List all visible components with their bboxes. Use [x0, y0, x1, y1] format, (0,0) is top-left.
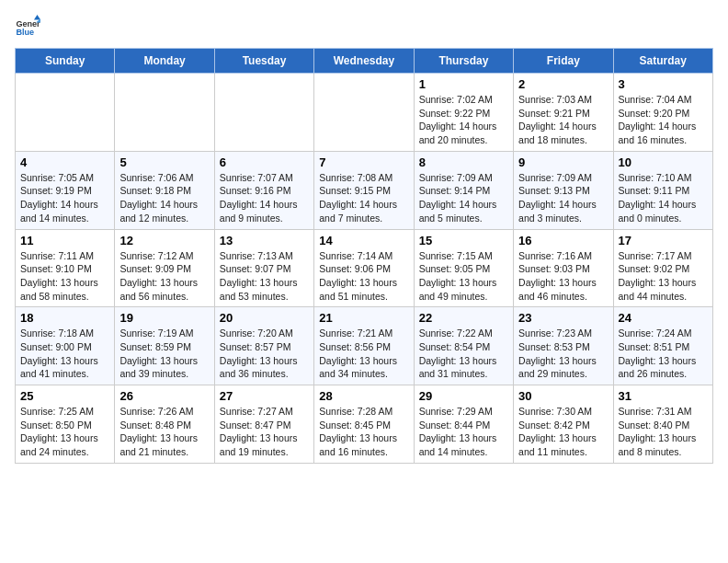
day-number: 31: [619, 389, 708, 403]
week-row-3: 11Sunrise: 7:11 AM Sunset: 9:10 PM Dayli…: [16, 229, 713, 307]
weekday-header-saturday: Saturday: [613, 49, 712, 74]
day-cell: 6Sunrise: 7:07 AM Sunset: 9:16 PM Daylig…: [214, 151, 313, 229]
day-number: 5: [119, 155, 209, 169]
day-cell: 24Sunrise: 7:24 AM Sunset: 8:51 PM Dayli…: [613, 307, 712, 385]
day-number: 8: [419, 155, 508, 169]
day-info: Sunrise: 7:15 AM Sunset: 9:05 PM Dayligh…: [419, 249, 508, 304]
day-info: Sunrise: 7:23 AM Sunset: 8:53 PM Dayligh…: [518, 327, 608, 381]
weekday-header-sunday: Sunday: [16, 49, 115, 74]
day-number: 19: [119, 311, 209, 325]
day-info: Sunrise: 7:09 AM Sunset: 9:14 PM Dayligh…: [419, 171, 508, 225]
day-number: 25: [20, 389, 109, 403]
day-info: Sunrise: 7:05 AM Sunset: 9:19 PM Dayligh…: [20, 171, 109, 225]
day-cell: 20Sunrise: 7:20 AM Sunset: 8:57 PM Dayli…: [214, 307, 313, 385]
day-info: Sunrise: 7:29 AM Sunset: 8:44 PM Dayligh…: [419, 405, 508, 459]
day-info: Sunrise: 7:18 AM Sunset: 9:00 PM Dayligh…: [20, 327, 109, 381]
day-number: 1: [419, 77, 508, 91]
day-cell: 18Sunrise: 7:18 AM Sunset: 9:00 PM Dayli…: [16, 307, 115, 385]
day-number: 6: [220, 155, 309, 169]
day-info: Sunrise: 7:12 AM Sunset: 9:09 PM Dayligh…: [119, 249, 209, 304]
day-info: Sunrise: 7:26 AM Sunset: 8:48 PM Dayligh…: [119, 405, 209, 459]
day-number: 4: [20, 155, 109, 169]
day-cell: 15Sunrise: 7:15 AM Sunset: 9:05 PM Dayli…: [414, 229, 513, 307]
week-row-5: 25Sunrise: 7:25 AM Sunset: 8:50 PM Dayli…: [16, 385, 713, 464]
calendar-table: SundayMondayTuesdayWednesdayThursdayFrid…: [15, 48, 713, 464]
day-number: 9: [518, 155, 608, 169]
day-info: Sunrise: 7:02 AM Sunset: 9:22 PM Dayligh…: [419, 93, 508, 147]
day-cell: 29Sunrise: 7:29 AM Sunset: 8:44 PM Dayli…: [414, 385, 513, 464]
week-row-1: 1Sunrise: 7:02 AM Sunset: 9:22 PM Daylig…: [16, 74, 713, 152]
day-cell: 23Sunrise: 7:23 AM Sunset: 8:53 PM Dayli…: [514, 307, 613, 385]
day-cell: 10Sunrise: 7:10 AM Sunset: 9:11 PM Dayli…: [613, 151, 712, 229]
day-number: 12: [119, 234, 209, 247]
day-number: 22: [419, 311, 508, 325]
day-info: Sunrise: 7:16 AM Sunset: 9:03 PM Dayligh…: [518, 249, 608, 304]
day-number: 23: [518, 311, 608, 325]
day-info: Sunrise: 7:27 AM Sunset: 8:47 PM Dayligh…: [220, 405, 309, 459]
day-number: 20: [220, 311, 309, 325]
week-row-4: 18Sunrise: 7:18 AM Sunset: 9:00 PM Dayli…: [16, 307, 713, 385]
day-number: 27: [220, 389, 309, 403]
day-cell: 22Sunrise: 7:22 AM Sunset: 8:54 PM Dayli…: [414, 307, 513, 385]
weekday-header-tuesday: Tuesday: [214, 49, 313, 74]
day-cell: 8Sunrise: 7:09 AM Sunset: 9:14 PM Daylig…: [414, 151, 513, 229]
day-cell: 1Sunrise: 7:02 AM Sunset: 9:22 PM Daylig…: [414, 74, 513, 152]
day-cell: 16Sunrise: 7:16 AM Sunset: 9:03 PM Dayli…: [514, 229, 613, 307]
day-info: Sunrise: 7:04 AM Sunset: 9:20 PM Dayligh…: [619, 93, 708, 147]
day-cell: 9Sunrise: 7:09 AM Sunset: 9:13 PM Daylig…: [514, 151, 613, 229]
day-info: Sunrise: 7:28 AM Sunset: 8:45 PM Dayligh…: [319, 405, 408, 459]
day-cell: [115, 74, 214, 152]
day-info: Sunrise: 7:25 AM Sunset: 8:50 PM Dayligh…: [20, 405, 109, 459]
day-cell: 13Sunrise: 7:13 AM Sunset: 9:07 PM Dayli…: [214, 229, 313, 307]
day-info: Sunrise: 7:03 AM Sunset: 9:21 PM Dayligh…: [518, 93, 608, 147]
day-cell: 3Sunrise: 7:04 AM Sunset: 9:20 PM Daylig…: [613, 74, 712, 152]
day-number: 30: [518, 389, 608, 403]
day-cell: 25Sunrise: 7:25 AM Sunset: 8:50 PM Dayli…: [16, 385, 115, 464]
day-info: Sunrise: 7:06 AM Sunset: 9:18 PM Dayligh…: [119, 171, 209, 225]
day-cell: 5Sunrise: 7:06 AM Sunset: 9:18 PM Daylig…: [115, 151, 214, 229]
day-number: 26: [119, 389, 209, 403]
day-info: Sunrise: 7:11 AM Sunset: 9:10 PM Dayligh…: [20, 249, 109, 304]
day-number: 11: [20, 234, 109, 247]
day-info: Sunrise: 7:08 AM Sunset: 9:15 PM Dayligh…: [319, 171, 408, 225]
logo: General Blue: [15, 15, 40, 40]
day-number: 2: [518, 77, 608, 91]
day-cell: 17Sunrise: 7:17 AM Sunset: 9:02 PM Dayli…: [613, 229, 712, 307]
day-info: Sunrise: 7:07 AM Sunset: 9:16 PM Dayligh…: [220, 171, 309, 225]
day-number: 21: [319, 311, 408, 325]
day-info: Sunrise: 7:21 AM Sunset: 8:56 PM Dayligh…: [319, 327, 408, 381]
day-number: 16: [518, 234, 608, 247]
day-cell: 28Sunrise: 7:28 AM Sunset: 8:45 PM Dayli…: [314, 385, 414, 464]
day-cell: 30Sunrise: 7:30 AM Sunset: 8:42 PM Dayli…: [514, 385, 613, 464]
day-cell: [16, 74, 115, 152]
day-info: Sunrise: 7:24 AM Sunset: 8:51 PM Dayligh…: [619, 327, 708, 381]
day-cell: 4Sunrise: 7:05 AM Sunset: 9:19 PM Daylig…: [16, 151, 115, 229]
day-number: 24: [619, 311, 708, 325]
day-info: Sunrise: 7:10 AM Sunset: 9:11 PM Dayligh…: [619, 171, 708, 225]
day-info: Sunrise: 7:22 AM Sunset: 8:54 PM Dayligh…: [419, 327, 508, 381]
day-info: Sunrise: 7:31 AM Sunset: 8:40 PM Dayligh…: [619, 405, 708, 459]
day-number: 28: [319, 389, 408, 403]
day-number: 17: [619, 234, 708, 247]
day-info: Sunrise: 7:19 AM Sunset: 8:59 PM Dayligh…: [119, 327, 209, 381]
weekday-header-monday: Monday: [115, 49, 214, 74]
day-info: Sunrise: 7:20 AM Sunset: 8:57 PM Dayligh…: [220, 327, 309, 381]
day-info: Sunrise: 7:09 AM Sunset: 9:13 PM Dayligh…: [518, 171, 608, 225]
day-number: 14: [319, 234, 408, 247]
day-number: 29: [419, 389, 508, 403]
day-cell: 12Sunrise: 7:12 AM Sunset: 9:09 PM Dayli…: [115, 229, 214, 307]
day-number: 10: [619, 155, 708, 169]
day-info: Sunrise: 7:17 AM Sunset: 9:02 PM Dayligh…: [619, 249, 708, 304]
logo-icon: General Blue: [15, 15, 40, 40]
day-info: Sunrise: 7:13 AM Sunset: 9:07 PM Dayligh…: [220, 249, 309, 304]
day-cell: 19Sunrise: 7:19 AM Sunset: 8:59 PM Dayli…: [115, 307, 214, 385]
svg-marker-2: [34, 15, 40, 20]
day-cell: 7Sunrise: 7:08 AM Sunset: 9:15 PM Daylig…: [314, 151, 414, 229]
weekday-header-row: SundayMondayTuesdayWednesdayThursdayFrid…: [16, 49, 713, 74]
svg-text:General: General: [16, 19, 40, 29]
svg-text:Blue: Blue: [16, 28, 34, 37]
day-number: 18: [20, 311, 109, 325]
weekday-header-friday: Friday: [514, 49, 613, 74]
day-cell: 2Sunrise: 7:03 AM Sunset: 9:21 PM Daylig…: [514, 74, 613, 152]
day-number: 13: [220, 234, 309, 247]
